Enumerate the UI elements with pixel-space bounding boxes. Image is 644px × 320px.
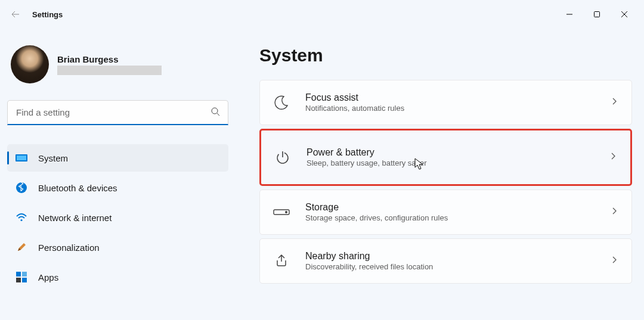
svg-rect-1 xyxy=(595,12,600,17)
nav-label: System xyxy=(38,153,68,163)
back-arrow-icon xyxy=(11,10,20,19)
nav-item-bluetooth[interactable]: Bluetooth & devices xyxy=(7,174,228,201)
card-text: Nearby sharing Discoverability, received… xyxy=(305,251,595,271)
card-nearby-sharing[interactable]: Nearby sharing Discoverability, received… xyxy=(259,238,632,284)
search-icon xyxy=(210,107,220,119)
profile-text: Brian Burgess xyxy=(57,54,162,75)
avatar xyxy=(11,45,49,83)
nav-label: Network & internet xyxy=(38,213,112,223)
nav-list: System Bluetooth & devices Network & int… xyxy=(7,144,228,291)
card-subtitle: Sleep, battery usage, battery saver xyxy=(306,159,593,167)
chevron-right-icon xyxy=(609,152,617,163)
page-title: System xyxy=(259,45,632,66)
profile-section[interactable]: Brian Burgess xyxy=(7,45,228,83)
card-title: Power & battery xyxy=(306,147,593,158)
main-content: System Focus assist Notifications, autom… xyxy=(236,29,644,320)
bluetooth-icon xyxy=(16,182,27,194)
card-focus-assist[interactable]: Focus assist Notifications, automatic ru… xyxy=(259,80,632,125)
nav-label: Bluetooth & devices xyxy=(38,183,117,193)
card-text: Storage Storage space, drives, configura… xyxy=(305,202,595,222)
card-subtitle: Notifications, automatic rules xyxy=(305,104,595,113)
paintbrush-icon xyxy=(16,241,27,253)
power-icon xyxy=(274,149,291,166)
app-title: Settings xyxy=(32,10,63,19)
profile-email-redacted xyxy=(57,66,162,75)
moon-icon xyxy=(273,94,290,111)
chevron-right-icon xyxy=(610,207,618,218)
storage-icon xyxy=(273,204,290,220)
maximize-button[interactable] xyxy=(583,5,611,24)
window-controls xyxy=(556,5,638,24)
card-text: Focus assist Notifications, automatic ru… xyxy=(305,92,595,113)
system-icon xyxy=(16,152,27,164)
svg-point-17 xyxy=(286,212,287,213)
nav-item-system[interactable]: System xyxy=(7,144,228,172)
apps-icon xyxy=(16,271,27,283)
card-title: Focus assist xyxy=(305,92,595,103)
card-title: Nearby sharing xyxy=(305,251,595,262)
svg-rect-12 xyxy=(16,278,21,282)
titlebar: Settings xyxy=(0,0,644,29)
maximize-icon xyxy=(593,11,600,18)
nav-item-network[interactable]: Network & internet xyxy=(7,204,228,231)
svg-point-9 xyxy=(20,219,22,221)
share-icon xyxy=(273,253,290,269)
svg-rect-7 xyxy=(17,156,26,160)
sidebar: Brian Burgess System Bluetooth & dev xyxy=(0,29,236,320)
card-text: Power & battery Sleep, battery usage, ba… xyxy=(306,147,593,167)
wifi-icon xyxy=(16,212,27,223)
card-subtitle: Storage space, drives, configuration rul… xyxy=(305,213,595,222)
nav-item-personalization[interactable]: Personalization xyxy=(7,234,228,261)
minimize-icon xyxy=(566,11,573,18)
card-power-battery[interactable]: Power & battery Sleep, battery usage, ba… xyxy=(259,129,632,186)
card-storage[interactable]: Storage Storage space, drives, configura… xyxy=(259,189,632,235)
chevron-right-icon xyxy=(610,256,618,266)
close-icon xyxy=(621,11,628,18)
chevron-right-icon xyxy=(610,97,618,108)
nav-label: Apps xyxy=(38,272,58,282)
svg-rect-13 xyxy=(22,278,27,282)
card-title: Storage xyxy=(305,202,595,213)
minimize-button[interactable] xyxy=(556,5,583,24)
svg-point-4 xyxy=(212,108,218,114)
back-button[interactable] xyxy=(6,5,25,24)
nav-label: Personalization xyxy=(38,243,100,253)
close-button[interactable] xyxy=(611,5,638,24)
search-input[interactable] xyxy=(7,100,228,125)
search-box[interactable] xyxy=(7,100,228,125)
nav-item-apps[interactable]: Apps xyxy=(7,263,228,291)
settings-cards: Focus assist Notifications, automatic ru… xyxy=(259,80,632,284)
svg-line-5 xyxy=(217,113,219,116)
card-subtitle: Discoverability, received files location xyxy=(305,262,595,271)
svg-rect-11 xyxy=(22,272,27,276)
profile-name: Brian Burgess xyxy=(57,54,162,64)
svg-rect-10 xyxy=(16,272,21,276)
